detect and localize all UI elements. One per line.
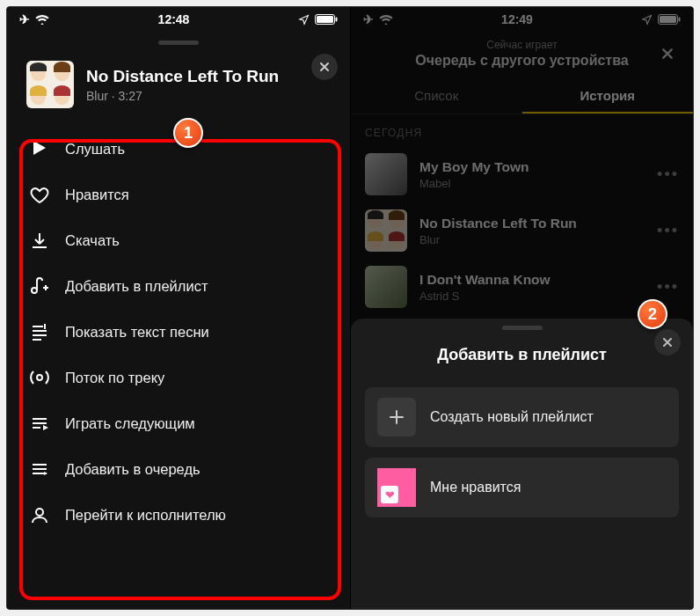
- tab-list[interactable]: Список: [351, 79, 522, 114]
- playlist-option-create[interactable]: Создать новый плейлист: [365, 387, 679, 447]
- status-time: 12:48: [158, 12, 190, 26]
- airplane-icon: ✈: [363, 12, 374, 26]
- svg-rect-5: [679, 18, 681, 22]
- playlist-option-liked[interactable]: ❤Мне нравится: [365, 458, 679, 517]
- history-artwork: [365, 266, 407, 308]
- more-button[interactable]: •••: [657, 165, 679, 184]
- menu-item-add-playlist[interactable]: Добавить в плейлист: [16, 263, 341, 309]
- battery-icon: [658, 14, 681, 25]
- track-subtitle: Blur · 3:27: [86, 89, 279, 103]
- annotation-marker-1: 1: [173, 118, 203, 148]
- sheet-close-button[interactable]: [654, 329, 681, 356]
- playlist-option-label: Создать новый плейлист: [430, 409, 594, 425]
- wifi-icon: [379, 14, 393, 25]
- playlist-option-label: Мне нравится: [430, 480, 521, 495]
- artist-icon: [30, 505, 49, 524]
- location-icon: [641, 14, 653, 26]
- download-icon: [30, 231, 49, 250]
- history-artist: Blur: [419, 233, 645, 246]
- playlist-options: Создать новый плейлист❤Мне нравится: [365, 387, 679, 517]
- annotation-marker-2: 2: [638, 299, 667, 329]
- queue-subtitle: Сейчас играет: [351, 39, 693, 51]
- close-icon: [662, 337, 673, 348]
- menu-item-queue[interactable]: Добавить в очередь: [16, 446, 341, 492]
- heart-cover-icon: ❤: [377, 468, 416, 507]
- album-artwork: [26, 61, 74, 108]
- wifi-icon: [35, 14, 49, 25]
- menu-item-label: Слушать: [65, 141, 125, 158]
- close-icon: [319, 62, 330, 72]
- play-next-icon: [30, 414, 49, 433]
- track-title: No Distance Left To Run: [86, 67, 279, 86]
- history-title: No Distance Left To Run: [419, 216, 645, 231]
- location-icon: [298, 14, 310, 26]
- menu-item-label: Перейти к исполнителю: [65, 507, 226, 524]
- queue-tabs: Список История: [351, 79, 693, 114]
- history-artwork: [365, 209, 407, 252]
- queue-icon: [30, 459, 49, 479]
- menu-item-lyrics[interactable]: Показать текст песни: [16, 309, 341, 355]
- menu-item-label: Играть следующим: [65, 415, 195, 432]
- menu-item-artist[interactable]: Перейти к исполнителю: [16, 492, 341, 538]
- radio-icon: [30, 368, 49, 387]
- status-bar: ✈ 12:48: [7, 7, 350, 32]
- history-artist: Astrid S: [419, 290, 645, 303]
- queue-title: Очередь с другого устройства: [351, 53, 693, 69]
- more-button[interactable]: •••: [657, 278, 679, 297]
- history-item[interactable]: No Distance Left To RunBlur•••: [351, 202, 693, 259]
- phone-left: ✈ 12:48 No Distance Left To Run Blur · 3…: [7, 7, 350, 609]
- menu-item-like[interactable]: Нравится: [16, 172, 341, 217]
- action-menu: СлушатьНравитсяСкачатьДобавить в плейлис…: [16, 126, 341, 538]
- add-playlist-icon: [30, 276, 49, 296]
- menu-item-label: Добавить в очередь: [65, 461, 201, 478]
- menu-item-label: Скачать: [65, 232, 120, 249]
- menu-item-label: Показать текст песни: [65, 324, 209, 341]
- sheet-title: Добавить в плейлист: [351, 346, 693, 364]
- close-icon: [661, 48, 674, 60]
- more-button[interactable]: •••: [657, 222, 679, 240]
- close-button[interactable]: [311, 54, 338, 80]
- playlist-sheet: Добавить в плейлист Создать новый плейли…: [351, 319, 693, 609]
- airplane-icon: ✈: [19, 12, 30, 26]
- plus-icon: [377, 398, 416, 436]
- menu-item-label: Нравится: [65, 187, 129, 203]
- history-item[interactable]: My Boy My TownMabel•••: [351, 146, 693, 202]
- play-icon: [30, 139, 49, 158]
- sheet-handle[interactable]: [502, 326, 543, 330]
- tab-history[interactable]: История: [522, 79, 694, 114]
- history-artwork: [365, 153, 407, 195]
- heart-icon: [30, 185, 49, 204]
- menu-item-label: Добавить в плейлист: [65, 278, 208, 295]
- history-title: I Don't Wanna Know: [419, 272, 645, 288]
- track-header: No Distance Left To Run Blur · 3:27: [7, 45, 350, 121]
- history-list: My Boy My TownMabel•••No Distance Left T…: [351, 146, 693, 315]
- menu-item-play-next[interactable]: Играть следующим: [16, 400, 341, 446]
- history-title: My Boy My Town: [419, 159, 645, 175]
- svg-rect-4: [660, 16, 676, 23]
- menu-item-radio[interactable]: Поток по треку: [16, 355, 341, 400]
- history-artist: Mabel: [419, 177, 645, 190]
- menu-item-download[interactable]: Скачать: [16, 217, 341, 263]
- menu-item-label: Поток по треку: [65, 370, 164, 386]
- status-bar: ✈ 12:49: [351, 7, 693, 32]
- svg-rect-1: [317, 16, 333, 23]
- status-time: 12:49: [501, 12, 533, 26]
- queue-close-button[interactable]: [654, 40, 681, 67]
- battery-icon: [315, 14, 338, 25]
- lyrics-icon: [30, 322, 49, 341]
- svg-rect-2: [336, 18, 338, 22]
- queue-header: Сейчас играет Очередь с другого устройст…: [351, 32, 693, 74]
- section-today: СЕГОДНЯ: [351, 114, 693, 146]
